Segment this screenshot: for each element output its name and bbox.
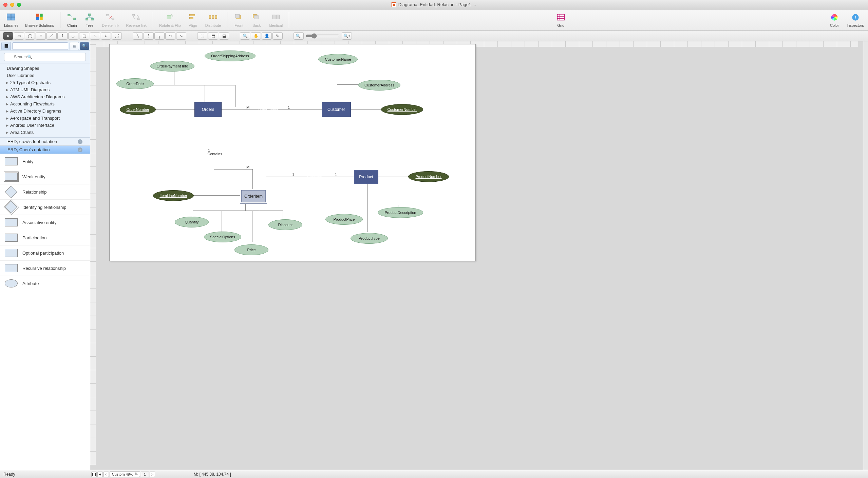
ellipse-tool[interactable]: ◯ <box>25 32 35 40</box>
rotate-flip-button[interactable]: Rotate & Flip <box>158 12 182 28</box>
zoom-slider[interactable] <box>306 33 340 39</box>
attr-productnumber[interactable]: ProductNumber <box>408 171 449 182</box>
connector-smart[interactable]: ⤳ <box>165 32 175 40</box>
chain-button[interactable]: Chain <box>65 12 79 28</box>
entity-orderitem[interactable]: OrderItem <box>241 190 266 202</box>
prev-page-button[interactable]: ◁ <box>103 472 109 477</box>
tree-item[interactable]: ▶Android User Interface <box>0 122 90 129</box>
search-view-button[interactable]: 🔍 <box>80 42 89 50</box>
minimize-window-button[interactable] <box>10 3 14 7</box>
inspector-strip[interactable] <box>863 41 868 470</box>
smart-connector-tool[interactable]: ⤴ <box>57 32 68 40</box>
search-input[interactable] <box>4 53 86 61</box>
edit-tool[interactable]: ✎ <box>272 32 283 40</box>
shape-identifying[interactable]: Identifying relationship <box>0 200 90 215</box>
shape-weak-entity[interactable]: Weak entity <box>0 169 90 184</box>
tree-item[interactable]: User Libraries <box>0 72 90 79</box>
zoom-tool[interactable]: 🔍 <box>240 32 250 40</box>
tree-button[interactable]: Tree <box>83 12 96 28</box>
attr-producttype[interactable]: ProductType <box>351 233 388 244</box>
attr-ordernumber[interactable]: OrderNumber <box>120 104 156 115</box>
pointer-tool[interactable]: ➤ <box>3 32 13 40</box>
attr-productprice[interactable]: ProductPrice <box>325 214 363 225</box>
tree-item[interactable]: Drawing Shapes <box>0 65 90 72</box>
attr-orderpayment[interactable]: OrderPayment Info <box>150 61 194 72</box>
tree-item[interactable]: ▶25 Typical Orgcharts <box>0 79 90 86</box>
zoom-in-button[interactable]: 🔍+ <box>342 32 352 40</box>
lock-tool[interactable]: ⬓ <box>219 32 229 40</box>
close-icon[interactable]: × <box>78 139 82 144</box>
page-tab[interactable]: 1 <box>141 472 149 477</box>
attr-productdesc[interactable]: ProductDescription <box>378 207 423 218</box>
zoom-window-button[interactable] <box>17 3 21 7</box>
attr-discount[interactable]: Discount <box>268 219 302 230</box>
tree-item[interactable]: ▶Aerospace and Transport <box>0 115 90 122</box>
grid-view-button[interactable]: ▦ <box>70 42 79 50</box>
line-tool[interactable]: ／ <box>46 32 57 40</box>
bezier-tool[interactable]: ∿ <box>90 32 100 40</box>
pan-tool[interactable]: ✋ <box>251 32 261 40</box>
reverse-link-button[interactable]: Reverse link <box>125 12 148 28</box>
attr-orderdate[interactable]: OrderDate <box>116 78 154 89</box>
shape-relationship[interactable]: Relationship <box>0 184 90 200</box>
attr-price[interactable]: Price <box>234 244 268 255</box>
attr-customername[interactable]: CustomerName <box>318 54 358 65</box>
entity-orders[interactable]: Orders <box>194 102 222 117</box>
color-button[interactable]: Color <box>828 12 841 28</box>
shape-entity[interactable]: Entity <box>0 154 90 169</box>
rel-order-author[interactable]: OrderAuthor <box>254 101 282 118</box>
tree-item[interactable]: ▶ATM UML Diagrams <box>0 86 90 93</box>
entity-product[interactable]: Product <box>354 170 378 184</box>
zoom-display[interactable]: Custom 49%⇅ <box>110 471 140 477</box>
connector-curved[interactable]: ⟆ <box>144 32 154 40</box>
shape-attribute[interactable]: Attribute <box>0 276 90 291</box>
attr-special[interactable]: SpecialOptions <box>204 232 241 242</box>
inspectors-button[interactable]: i Inspectors <box>845 12 865 28</box>
distribute-button[interactable]: Distribute <box>204 12 222 28</box>
zoom-out-button[interactable]: 🔍- <box>294 32 304 40</box>
shape-recursive[interactable]: Recursive relationship <box>0 261 90 276</box>
library-combo[interactable] <box>12 42 68 50</box>
back-button[interactable]: Back <box>250 12 263 28</box>
connector-ortho[interactable]: ┐ <box>154 32 165 40</box>
align-button[interactable]: Align <box>186 12 200 28</box>
polyline-tool[interactable]: ⫰ <box>101 32 111 40</box>
next-page-button[interactable]: ▷ <box>150 472 155 477</box>
scroll-pause-icon[interactable]: ❚❚ <box>91 472 97 477</box>
canvas-area[interactable]: M 1 1 M 1 1 Orders Customer Product Orde… <box>90 41 863 470</box>
text-tool[interactable]: ≡ <box>36 32 46 40</box>
close-icon[interactable]: × <box>78 147 82 152</box>
grid-button[interactable]: Grid <box>554 12 568 28</box>
close-window-button[interactable] <box>3 3 7 7</box>
attr-customeraddress[interactable]: CustomerAddress <box>358 80 400 91</box>
libraries-button[interactable]: Libraries <box>3 12 20 28</box>
first-page-button[interactable]: ◀ <box>97 472 103 477</box>
identical-button[interactable]: Identical <box>267 12 284 28</box>
rel-contains-1[interactable]: Contains <box>201 145 229 162</box>
library-tab-chen[interactable]: ERD, Chen's notation × <box>0 146 90 154</box>
browse-solutions-button[interactable]: Browse Solutions <box>24 12 55 28</box>
group-tool[interactable]: ⬚ <box>197 32 207 40</box>
library-tab-crow[interactable]: ERD, crow's foot notation × <box>0 138 90 146</box>
connector-spline[interactable]: ∿ <box>176 32 186 40</box>
arc-tool[interactable]: ◡ <box>68 32 78 40</box>
attr-customernumber[interactable]: CustomerNumber <box>381 104 423 115</box>
entity-customer[interactable]: Customer <box>322 102 351 117</box>
connector-direct[interactable]: ╲ <box>133 32 143 40</box>
shape-assoc[interactable]: Associative entity <box>0 215 90 230</box>
shape-optional[interactable]: Optional participation <box>0 245 90 261</box>
round-rect-tool[interactable]: ▢ <box>79 32 89 40</box>
attr-ordership[interactable]: OrderShippingAddress <box>205 51 256 61</box>
tree-item[interactable]: ▶Active Directory Diagrams <box>0 107 90 115</box>
tree-item[interactable]: ▶Area Charts <box>0 129 90 136</box>
insert-image-tool[interactable]: ⛶ <box>112 32 122 40</box>
eyedropper-tool[interactable]: 👤 <box>262 32 272 40</box>
tree-item[interactable]: ▶AWS Architecture Diagrams <box>0 93 90 100</box>
delete-link-button[interactable]: Delete link <box>100 12 120 28</box>
ungroup-tool[interactable]: ⬒ <box>208 32 218 40</box>
rel-contains-2[interactable]: Contains <box>300 168 329 185</box>
attr-quantity[interactable]: Quantity <box>175 217 209 227</box>
chevron-down-icon[interactable]: ⌄ <box>474 3 476 6</box>
canvas-page[interactable]: M 1 1 M 1 1 Orders Customer Product Orde… <box>109 44 476 261</box>
rect-tool[interactable]: ▭ <box>14 32 24 40</box>
